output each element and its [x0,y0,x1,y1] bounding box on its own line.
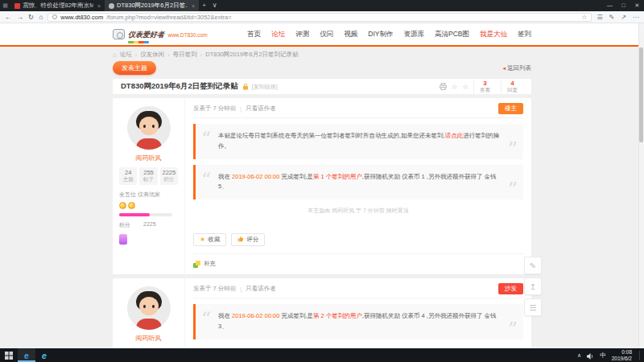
forward-button[interactable]: → [17,14,24,21]
floor-badge-louzhu[interactable]: 楼主 [498,103,523,114]
supplement-icon [193,261,200,268]
supplement-label: 补充 [204,260,216,268]
nav-item-daxian[interactable]: 我是大仙 [480,30,507,39]
only-author-link[interactable]: 只看该作者 [246,285,276,293]
pinned-tab-icon[interactable]: ▦ [0,0,10,11]
divider: | [240,105,242,113]
user-badges [119,202,178,209]
score-value: 2225 [143,221,156,229]
sign-in-record-quote: 我在 2019-06-02 00:00 完成签到,是第 2 个签到的用户,获得随… [193,304,523,339]
avatar-shirt [136,138,162,150]
favorite-thread-icon[interactable]: ☆ [452,83,458,91]
avatar-face [139,297,159,315]
ime-indicator[interactable]: 中 [600,352,606,360]
stat-threads[interactable]: 24主题 [119,167,137,185]
multimeter-logo-icon [113,29,125,39]
nav-item-resources[interactable]: 资源库 [404,30,425,39]
supplement-row[interactable]: 补充 [193,253,523,268]
tab-favicon [109,3,114,9]
scrollbar[interactable] [638,23,644,348]
thread-list-button[interactable]: ☰ [524,298,542,316]
credit-progress-bar [119,213,172,216]
speaker-icon[interactable] [587,348,594,362]
show-desktop-button[interactable] [639,351,640,360]
avatar-eye [152,305,155,308]
favorite-label: 收藏 [208,236,220,244]
breadcrumb-separator: › [200,51,203,59]
minimize-button[interactable]: — [603,0,617,11]
refresh-button[interactable]: ↻ [28,14,34,21]
nav-item-diy[interactable]: DIY制作 [368,30,393,39]
nav-item-signin[interactable]: 签到 [518,30,531,39]
recommend-thread-icon[interactable]: ☆ [462,83,469,91]
breadcrumb-forum[interactable]: 论坛 [120,51,132,59]
breadcrumb-subforum[interactable]: 每日签到 [173,51,197,59]
quote-text: 完成签到,是 [279,312,313,319]
only-author-link[interactable]: 只看该作者 [246,105,276,113]
thumb-up-icon [237,236,244,244]
breadcrumb-section[interactable]: 仪友休闲 [140,51,164,59]
clock[interactable]: 0:08 2019/6/2 [612,349,632,362]
stat-posts[interactable]: 255帖子 [139,167,157,185]
floor-badge-shafa[interactable]: 沙发 [498,283,523,294]
tray-chevron-icon[interactable]: ∧ [577,352,581,359]
username-link[interactable]: 阅药听风 [119,154,178,162]
nav-item-ask[interactable]: 仪问 [320,30,333,39]
favorite-star-icon[interactable]: ☆ [581,14,587,21]
close-button[interactable]: ✕ [630,0,644,11]
url-domain: www.dt830.com [60,14,103,21]
new-tab-button[interactable]: + [199,0,209,11]
taskbar-edge-icon[interactable]: e [18,348,35,362]
thread-title-card: DT830网2019年6月2日签到记录贴 [复制链接] ☆ ☆ 3 查看 [113,79,531,94]
quick-reply-button[interactable]: ✎ [524,257,542,274]
maximize-button[interactable]: □ [617,0,630,11]
nav-item-video[interactable]: 视频 [344,30,357,39]
stat-credits[interactable]: 2225积分 [160,167,178,185]
post-2-card: 阅药听风 24主题 255帖子 2225积分 全五位 仪表玩家 积分 222 [113,278,531,348]
replies-label: 回复 [507,87,518,93]
avatar-eye [143,305,146,308]
scrollbar-thumb[interactable] [639,47,643,142]
back-to-top-button[interactable]: ↥ [524,278,542,295]
post-2-author-panel: 阅药听风 24主题 255帖子 2225积分 全五位 仪表玩家 积分 222 [113,278,185,348]
notes-icon[interactable]: ✎ [609,14,615,21]
close-tab-icon[interactable]: × [190,3,195,9]
quote-text: 我在 [218,173,232,180]
more-icon[interactable]: ⋯ [633,14,639,21]
nav-item-pcb[interactable]: 高清PCB图 [435,30,469,39]
copy-link[interactable]: [复制链接] [252,83,278,91]
nav-item-review[interactable]: 评测 [295,30,309,39]
site-info-icon[interactable] [52,14,57,19]
url-input[interactable]: www.dt830.com /forum.php?mod=viewthread&… [47,13,592,22]
avatar-eye [152,125,155,128]
logo-title: 仪表爱好者 [128,31,164,39]
sign-in-link[interactable]: 请点此 [445,132,464,139]
post-thread-button[interactable]: 发表主题 [113,61,156,75]
avatar[interactable] [127,106,171,150]
close-tab-icon[interactable]: × [96,3,101,9]
share-icon[interactable]: ↗ [621,14,626,21]
back-button[interactable]: ← [5,14,12,21]
browser-tab-1[interactable]: 震惊、特价处理82年南京M仪… × [10,0,105,11]
lock-icon [242,83,249,90]
print-icon[interactable] [440,83,447,90]
back-to-list-link[interactable]: ◂ 返回列表 [502,64,531,72]
avatar[interactable] [127,286,171,330]
start-button[interactable] [0,348,18,362]
taskbar: e e ∧ 中 0:08 2019/6/2 [0,348,644,362]
taskbar-ie-icon[interactable]: e [35,348,53,362]
favorite-button[interactable]: ★ 收藏 [193,233,226,246]
username-link[interactable]: 阅药听风 [119,334,178,343]
browser-tab-2-active[interactable]: DT830网2019年6月2日签… × [105,0,199,11]
nav-item-home[interactable]: 首页 [247,30,261,39]
home-button[interactable]: ⌂ [39,14,43,21]
site-logo[interactable]: 仪表爱好者 www.DT830.com [113,26,208,43]
hub-icon[interactable]: ☰ [597,14,602,21]
nav-item-forum[interactable]: 论坛 [271,30,285,39]
tab-list-chevron-icon[interactable]: ∨ [209,0,220,11]
breadcrumb-separator: › [167,51,170,59]
home-icon[interactable]: ⌂ [113,51,117,59]
rate-button[interactable]: 评分 [231,233,265,246]
breadcrumb-separator: › [135,51,138,59]
browser-address-bar: ← → ↻ ⌂ www.dt830.com /forum.php?mod=vie… [0,11,644,23]
